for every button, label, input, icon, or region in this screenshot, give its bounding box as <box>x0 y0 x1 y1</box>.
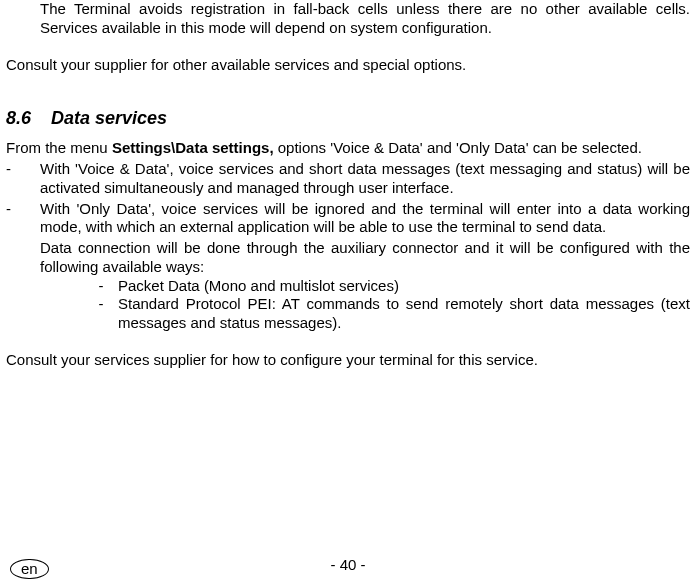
list-item: - With 'Voice & Data', voice services an… <box>6 160 690 198</box>
intro-bold: Settings\Data settings, <box>112 139 274 156</box>
sublist-packet-data: Packet Data (Mono and multislot services… <box>118 277 690 296</box>
data-connection-para: Data connection will be done through the… <box>40 239 690 277</box>
fallback-cells-para: The Terminal avoids registration in fall… <box>40 0 690 38</box>
list-item: - Standard Protocol PEI: AT commands to … <box>84 295 690 333</box>
list-item: - With 'Only Data', voice services will … <box>6 200 690 238</box>
dash-icon: - <box>6 200 40 238</box>
intro-part2: options 'Voice & Data' and 'Only Data' c… <box>274 139 642 156</box>
language-badge: en <box>10 559 49 580</box>
intro-para: From the menu Settings\Data settings, op… <box>6 139 690 158</box>
consult-services-para: Consult your services supplier for how t… <box>6 351 690 370</box>
dash-icon: - <box>6 160 40 198</box>
list-text-only-data: With 'Only Data', voice services will be… <box>40 200 690 238</box>
dash-icon: - <box>84 295 118 333</box>
sublist-standard-protocol: Standard Protocol PEI: AT commands to se… <box>118 295 690 333</box>
section-title: Data services <box>51 108 167 128</box>
list-text-voice-data: With 'Voice & Data', voice services and … <box>40 160 690 198</box>
consult-supplier-para: Consult your supplier for other availabl… <box>6 56 690 75</box>
section-heading: 8.6 Data services <box>6 108 690 129</box>
section-number: 8.6 <box>6 108 31 128</box>
list-item: - Packet Data (Mono and multislot servic… <box>84 277 690 296</box>
page-number: - 40 - <box>0 556 696 573</box>
dash-icon: - <box>84 277 118 296</box>
intro-part1: From the menu <box>6 139 112 156</box>
